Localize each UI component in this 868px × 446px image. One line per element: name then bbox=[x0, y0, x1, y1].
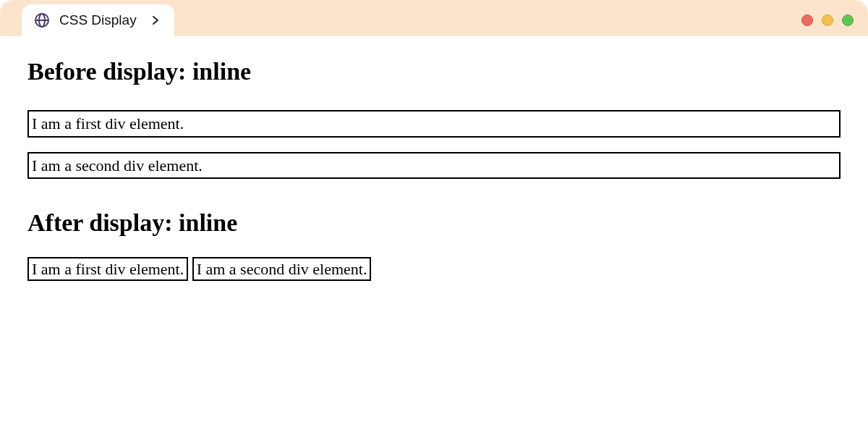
tab-title: CSS Display bbox=[59, 12, 137, 28]
browser-titlebar: CSS Display bbox=[0, 0, 868, 36]
globe-icon bbox=[33, 12, 51, 29]
window-minimize-button[interactable] bbox=[822, 14, 833, 26]
page-content: Before display: inline I am a first div … bbox=[0, 36, 868, 280]
chevron-right-icon bbox=[150, 14, 161, 26]
inline-div-second: I am a second div element. bbox=[192, 257, 372, 281]
browser-tab[interactable]: CSS Display bbox=[22, 4, 174, 36]
block-div-first: I am a first div element. bbox=[27, 110, 841, 138]
window-maximize-button[interactable] bbox=[842, 14, 854, 26]
window-close-button[interactable] bbox=[801, 14, 813, 26]
inline-container: I am a first div element. I am a second … bbox=[27, 258, 841, 280]
heading-before: Before display: inline bbox=[27, 58, 841, 85]
heading-after: After display: inline bbox=[27, 209, 841, 237]
inline-div-first: I am a first div element. bbox=[27, 257, 188, 281]
window-controls bbox=[801, 14, 854, 36]
block-div-second: I am a second div element. bbox=[27, 152, 841, 180]
